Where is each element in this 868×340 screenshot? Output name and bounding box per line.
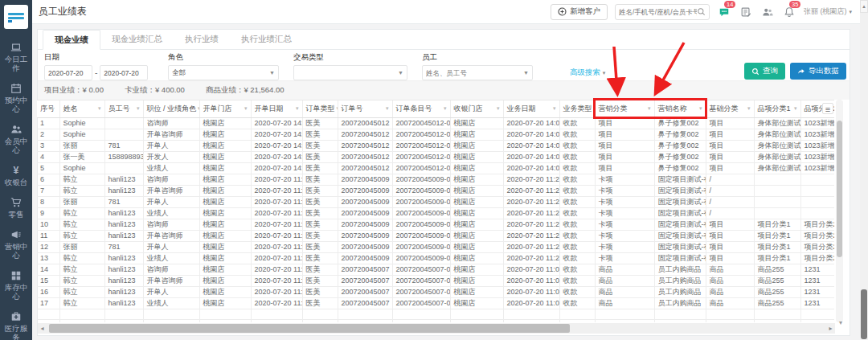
table-cell: 200720045009-0 <box>392 174 450 185</box>
table-cell: 桃園店 <box>450 297 503 309</box>
table-cell: 7 <box>37 185 59 196</box>
global-search-input[interactable] <box>619 8 697 16</box>
column-header-职位 / 业绩角色[interactable]: 职位 / 业绩角色▾ <box>143 100 199 117</box>
table-cell: 业绩人 <box>143 162 199 174</box>
chat-button[interactable]: 14 <box>717 5 731 19</box>
role-select[interactable]: 全部 ▼ <box>168 65 279 80</box>
sort-caret-icon[interactable]: ▾ <box>497 105 500 112</box>
date-start-input[interactable] <box>48 69 88 77</box>
column-header-姓名[interactable]: 姓名▾ <box>59 100 104 117</box>
table-row[interactable]: 10韩立hanli123咨询师桃園店2020-07-20 11:25医美2007… <box>37 219 834 230</box>
horizontal-scroll-thumb[interactable] <box>49 324 570 333</box>
contacts-button[interactable] <box>760 5 775 19</box>
sidebar-item-marketing-center[interactable]: 营销中心 <box>0 224 32 265</box>
user-menu[interactable]: 张丽 (桃園店) ▾ <box>804 6 852 17</box>
table-row[interactable]: 1Sophie咨询师桃園店2020-07-20 14:09医美200720045… <box>37 117 834 129</box>
scroll-left-icon[interactable]: ◂ <box>38 325 47 332</box>
table-row[interactable]: 17韩立hanli123业绩人桃園店2020-07-20 11:03医美2007… <box>37 297 834 309</box>
column-header-业务类型[interactable]: 业务类型▾ <box>559 100 595 117</box>
sidebar-item-today-work[interactable]: 今日工作 <box>0 37 32 78</box>
tab-执行业绩[interactable]: 执行业绩 <box>174 30 230 49</box>
table-cell: 12 <box>37 241 59 252</box>
table-row[interactable]: 13韩立hanli123业绩人桃園店2020-07-20 11:25医美2007… <box>37 252 834 264</box>
sidebar-item-cashier[interactable]: ¥收银台 <box>0 160 32 192</box>
transaction-type-select[interactable]: ▼ <box>293 65 407 80</box>
app-logo[interactable] <box>4 5 28 29</box>
table-row[interactable]: 2Sophie开单咨询师桃園店2020-07-20 14:09医美2007200… <box>37 129 834 140</box>
table-cell: 桃園店 <box>450 185 503 196</box>
chevron-down-icon: ▾ <box>849 9 852 14</box>
table-row[interactable]: 4张一美1588988938开发人桃園店2020-07-20 14:09医美20… <box>37 151 834 162</box>
table-row[interactable]: 12张丽781开单人桃園店2020-07-20 11:25医美200720045… <box>37 241 834 252</box>
tab-现金业绩汇总[interactable]: 现金业绩汇总 <box>100 30 174 49</box>
table-cell: 员工内购商品 <box>654 264 706 275</box>
table-row[interactable]: 9韩立hanli123业绩人桃園店2020-07-20 11:25医美20072… <box>37 207 834 219</box>
table-cell: 2020-07-20 11:04 <box>503 264 559 275</box>
table-row[interactable]: 15韩立hanli123开单咨询师桃園店2020-07-20 11:03医美20… <box>37 275 834 286</box>
sidebar-item-member-center[interactable]: 会员中心 <box>0 119 32 160</box>
query-button[interactable]: 查询 <box>744 63 785 80</box>
table-row[interactable]: 6韩立hanli123咨询师桃園店2020-07-20 11:25医美20072… <box>37 174 834 185</box>
table-cell: 身体部位测试项目 <box>754 117 800 129</box>
export-data-button[interactable]: 导出数据 <box>790 63 846 80</box>
sidebar-item-inventory-center[interactable]: 库存中心 <box>0 265 32 306</box>
table-row[interactable]: 8张丽781开单人桃園店2020-07-20 11:25医美2007200450… <box>37 196 834 207</box>
table-row[interactable]: 14韩立hanli123咨询师桃園店2020-07-20 11:03医美2007… <box>37 264 834 275</box>
sort-caret-icon[interactable]: ▾ <box>747 105 751 112</box>
scroll-right-icon[interactable]: ▸ <box>826 325 835 332</box>
table-cell: 2020-07-20 11:03 <box>251 297 302 309</box>
notes-button[interactable] <box>739 5 753 19</box>
table-row[interactable]: 5Sophie业绩人桃園店2020-07-20 14:09医美200720045… <box>37 162 834 174</box>
table-cell: 9 <box>37 207 59 219</box>
column-header-开单日期[interactable]: 开单日期▾ <box>251 100 302 117</box>
column-header-基础分类[interactable]: 基础分类▾ <box>706 100 754 117</box>
column-header-业务日期[interactable]: 业务日期▾ <box>503 100 559 117</box>
sort-caret-icon[interactable]: ▾ <box>794 105 797 112</box>
table-cell: 桃園店 <box>450 286 503 297</box>
sidebar-item-medical-service[interactable]: 医疗服务 <box>0 306 32 340</box>
column-header-员工号[interactable]: 员工号▾ <box>104 100 143 117</box>
column-header-营销分类[interactable]: 营销分类▾ <box>595 100 654 117</box>
table-row[interactable]: 7韩立hanli123开单咨询师桃園店2020-07-20 11:25医美200… <box>37 185 834 196</box>
column-header-订单条目号[interactable]: 订单条目号▾ <box>392 100 450 117</box>
column-header-品项分类1[interactable]: 品项分类1▾ <box>754 100 800 117</box>
sidebar-item-appointment-center[interactable]: 预约中心 <box>0 78 32 119</box>
column-header-订单类型[interactable]: 订单类型▾ <box>302 100 338 117</box>
sort-caret-icon[interactable]: ▾ <box>386 105 389 112</box>
column-config-button[interactable]: ≡ <box>822 103 833 114</box>
table-cell: 卡项 <box>595 207 654 219</box>
table-cell: 200720045012 <box>338 151 392 162</box>
sort-caret-icon[interactable]: ▾ <box>553 105 556 112</box>
sort-caret-icon[interactable]: ▾ <box>444 105 447 112</box>
sort-caret-icon[interactable]: ▾ <box>296 105 299 112</box>
table-cell: 开单人 <box>143 196 199 207</box>
page-scroll-thumb[interactable] <box>861 289 867 339</box>
tab-现金业绩[interactable]: 现金业绩 <box>43 30 100 50</box>
table-cell: 项目 <box>706 241 754 252</box>
table-row[interactable]: 11韩立hanli123开单咨询师桃園店2020-07-20 11:25医美20… <box>37 230 834 241</box>
column-header-营销名称[interactable]: 营销名称▾ <box>654 100 706 117</box>
notification-button[interactable]: 35 <box>782 5 796 19</box>
column-header-订单号[interactable]: 订单号▾ <box>338 100 392 117</box>
table-cell: 固定项目测试-有效期 <box>654 252 706 264</box>
column-header-收银门店[interactable]: 收银门店▾ <box>450 100 503 117</box>
table-cell: 200720045007-0 <box>392 297 450 309</box>
sidebar-item-retail[interactable]: 零售 <box>0 192 32 224</box>
sort-caret-icon[interactable]: ▾ <box>137 105 140 112</box>
sort-caret-icon[interactable]: ▾ <box>98 105 101 112</box>
employee-input[interactable] <box>426 69 523 77</box>
sort-caret-icon[interactable]: ▾ <box>699 105 702 112</box>
sort-caret-icon[interactable]: ▾ <box>648 105 651 112</box>
sort-caret-icon[interactable]: ▾ <box>244 105 248 112</box>
scroll-down-icon[interactable]: ▾ <box>839 319 842 326</box>
column-header-开单门店[interactable]: 开单门店▾ <box>199 100 251 117</box>
scroll-up-icon[interactable]: ▴ <box>860 0 868 13</box>
advanced-search-link[interactable]: 高级搜索 ▾ <box>570 68 605 78</box>
add-customer-button[interactable]: 新增客户 <box>551 4 608 20</box>
vertical-scroll-thumb[interactable] <box>837 121 842 257</box>
tab-执行业绩汇总[interactable]: 执行业绩汇总 <box>230 30 303 49</box>
table-row[interactable]: 16韩立hanli123开单人桃園店2020-07-20 11:03医美2007… <box>37 286 834 297</box>
table-row[interactable]: 3张丽781开单人桃園店2020-07-20 14:09医美2007200450… <box>37 140 834 151</box>
search-icon[interactable] <box>697 7 706 16</box>
date-end-input[interactable] <box>104 69 144 77</box>
